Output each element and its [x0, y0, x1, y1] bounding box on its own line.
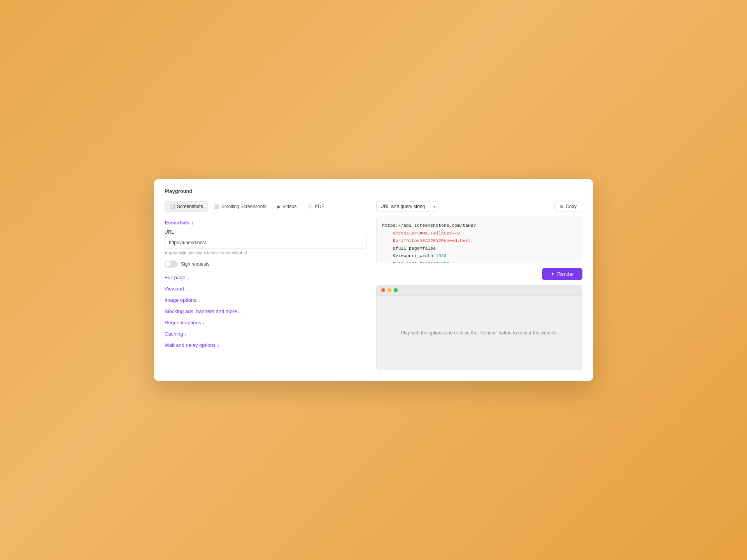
left-panel: ⬜ Screenshots ⬜ Scrolling Screenshots ▶ …	[165, 201, 367, 370]
param-full-page-value: false	[423, 246, 436, 251]
pdf-icon: 📄	[307, 204, 313, 209]
browser-content: Play with the options and click on the "…	[377, 296, 582, 370]
url-input[interactable]	[165, 237, 367, 248]
param-url-name: url	[396, 238, 404, 243]
copy-button[interactable]: ⧉ Copy	[554, 201, 582, 212]
url-bar-row: URL with query string URL with path JSON…	[376, 201, 582, 212]
param-vw-name: viewport_width	[396, 253, 433, 258]
param-url-amp: &	[393, 238, 396, 243]
sign-requests-toggle[interactable]	[165, 261, 178, 268]
tabs-row: ⬜ Screenshots ⬜ Scrolling Screenshots ▶ …	[165, 201, 367, 212]
param-url-value: https%3A%2F%2Funeed.best	[406, 238, 471, 243]
blocking-link[interactable]: Blocking ads, banners and more ↓	[165, 308, 367, 314]
browser-chrome	[377, 285, 582, 296]
playground-title: Playground	[165, 188, 582, 194]
copy-icon: ⧉	[560, 204, 564, 209]
url-type-select[interactable]: URL with query string URL with path JSON…	[376, 201, 438, 212]
render-button[interactable]: ✦ Render	[542, 268, 582, 280]
browser-dot-yellow	[388, 288, 391, 292]
code-box[interactable]: https://api.screenshotone.com/take? acce…	[376, 217, 582, 263]
tab-scrolling-screenshots[interactable]: ⬜ Scrolling Screenshots	[209, 201, 272, 212]
tab-screenshots[interactable]: ⬜ Screenshots	[165, 201, 208, 212]
wait-delay-link[interactable]: Wait and delay options ↓	[165, 342, 367, 348]
tab-videos[interactable]: ▶ Videos	[272, 201, 302, 212]
browser-dot-red	[381, 288, 385, 292]
screenshot-icon: ⬜	[170, 204, 175, 209]
render-btn-row: ✦ Render	[376, 268, 582, 280]
tab-pdf[interactable]: 📄 PDF	[302, 201, 329, 212]
param-vh-value: 1080	[438, 261, 449, 263]
param-vh-amp: &	[393, 261, 396, 263]
essentials-header[interactable]: Essentials ↑	[165, 220, 367, 226]
browser-dot-green	[394, 288, 398, 292]
viewport-link[interactable]: Viewport ↓	[165, 286, 367, 292]
param-full-page-amp: &	[393, 246, 396, 251]
request-options-link[interactable]: Request options ↓	[165, 320, 367, 326]
param-vh-name: viewport_height	[396, 261, 436, 263]
image-options-link[interactable]: Image options ↓	[165, 297, 367, 303]
scrolling-icon: ⬜	[214, 204, 219, 209]
param-access-key-name: access_key	[393, 231, 420, 236]
browser-preview: Play with the options and click on the "…	[376, 285, 582, 370]
url-type-wrapper: URL with query string URL with path JSON…	[376, 201, 438, 212]
full-page-link[interactable]: Full page ↓	[165, 275, 367, 280]
param-full-page-name: full_page	[396, 246, 420, 251]
playground-container: Playground ⬜ Screenshots ⬜ Scrolling Scr…	[154, 179, 593, 381]
caching-link[interactable]: Caching ↓	[165, 331, 367, 337]
url-hint: Any website you want to take screenshot …	[165, 250, 367, 255]
render-icon: ✦	[551, 271, 555, 277]
browser-placeholder-text: Play with the options and click on the "…	[401, 330, 558, 336]
url-field-label: URL	[165, 229, 367, 235]
param-access-key-value: WK_T4jlaCzd--Q	[423, 231, 460, 236]
main-layout: ⬜ Screenshots ⬜ Scrolling Screenshots ▶ …	[165, 201, 582, 370]
param-vw-value: 1920	[436, 253, 447, 258]
right-panel: URL with query string URL with path JSON…	[376, 201, 582, 370]
sign-requests-label: Sign requests	[181, 261, 209, 267]
code-base-url: https://api.screenshotone.com/take?	[382, 223, 476, 228]
param-vw-amp: &	[393, 253, 396, 258]
sign-requests-row: Sign requests	[165, 261, 367, 268]
video-icon: ▶	[277, 204, 281, 209]
